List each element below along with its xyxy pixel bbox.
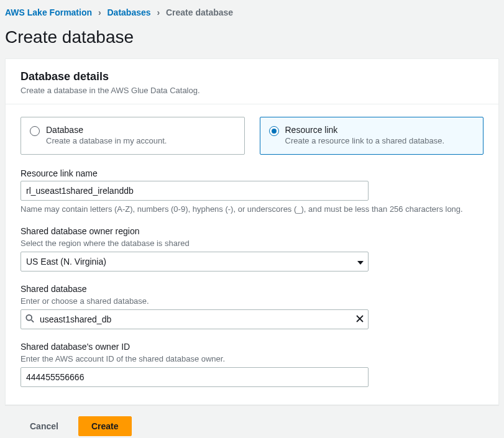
database-type-tiles: Database Create a database in my account… (21, 117, 483, 155)
input-resource-link-name[interactable] (21, 181, 369, 201)
clear-icon[interactable] (356, 314, 364, 324)
hint-shared-database: Enter or choose a shared database. (21, 296, 483, 306)
tile-database-sub: Create a database in my account. (46, 136, 167, 145)
panel-title: Database details (21, 70, 483, 83)
select-owner-region[interactable]: US East (N. Virginia) (21, 252, 369, 271)
chevron-right-icon: › (98, 7, 101, 17)
tile-resource-link-title: Resource link (285, 125, 445, 135)
tile-database-title: Database (46, 125, 167, 135)
create-button[interactable]: Create (78, 416, 132, 436)
database-details-panel: Database details Create a database in th… (5, 58, 499, 405)
label-shared-database: Shared database (21, 284, 483, 294)
tile-database[interactable]: Database Create a database in my account… (21, 117, 245, 155)
field-owner-id: Shared database's owner ID Enter the AWS… (21, 342, 483, 387)
panel-description: Create a database in the AWS Glue Data C… (21, 86, 483, 95)
svg-point-0 (26, 315, 32, 321)
input-shared-database[interactable] (21, 309, 369, 329)
label-owner-id: Shared database's owner ID (21, 342, 483, 352)
page-title: Create database (0, 22, 504, 58)
input-owner-id[interactable] (21, 367, 369, 387)
breadcrumb-databases[interactable]: Databases (107, 7, 150, 17)
field-owner-region: Shared database owner region Select the … (21, 226, 483, 271)
field-resource-link-name: Resource link name Name may contain lett… (21, 168, 483, 214)
breadcrumb: AWS Lake Formation › Databases › Create … (0, 0, 504, 22)
label-owner-region: Shared database owner region (21, 226, 483, 236)
search-icon (25, 314, 34, 325)
breadcrumb-root[interactable]: AWS Lake Formation (5, 7, 92, 17)
cancel-button[interactable]: Cancel (17, 416, 71, 436)
field-shared-database: Shared database Enter or choose a shared… (21, 284, 483, 329)
radio-icon (269, 126, 279, 136)
panel-header: Database details Create a database in th… (6, 59, 498, 104)
hint-owner-id: Enter the AWS account ID of the shared d… (21, 354, 483, 363)
tile-resource-link-sub: Create a resource link to a shared datab… (285, 136, 445, 145)
svg-line-1 (32, 320, 34, 322)
breadcrumb-current: Create database (166, 7, 233, 17)
label-resource-link-name: Resource link name (21, 168, 483, 178)
chevron-right-icon: › (157, 7, 160, 17)
help-resource-link-name: Name may contain letters (A-Z), numbers … (21, 204, 483, 214)
hint-owner-region: Select the region where the database is … (21, 239, 483, 248)
tile-resource-link[interactable]: Resource link Create a resource link to … (260, 117, 484, 155)
footer-actions: Cancel Create (0, 405, 504, 438)
radio-icon (30, 126, 40, 136)
panel-body: Database Create a database in my account… (6, 104, 498, 404)
